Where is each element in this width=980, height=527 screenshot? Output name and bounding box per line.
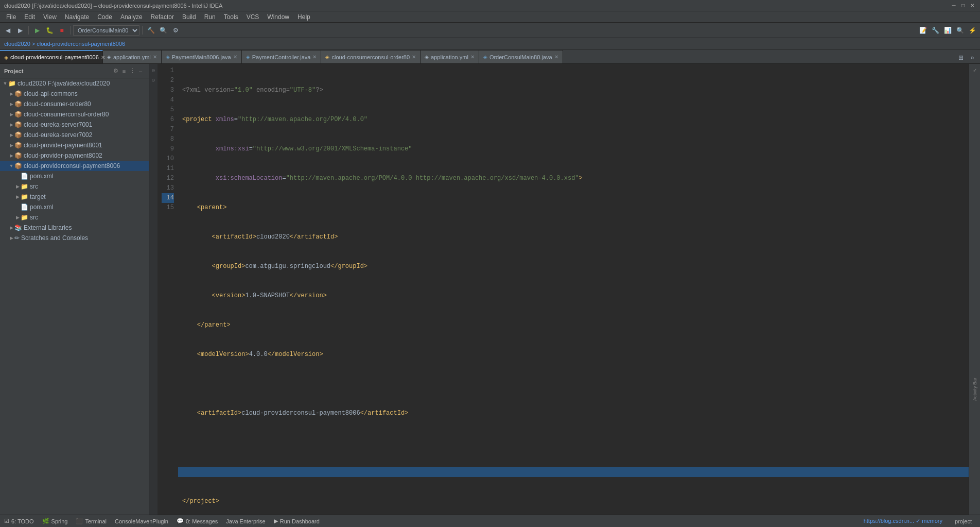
tree-cloud-api[interactable]: ▶ 📦 cloud-api-commons [0,89,149,99]
toolbar-forward-btn[interactable]: ▶ [14,25,26,36]
code-line-2: <project xmlns="http://maven.apache.org/… [182,115,965,125]
tree-src-8006[interactable]: ▶ 📁 src [0,181,149,192]
menu-analyze[interactable]: Analyze [116,12,147,22]
toolbar-debug-btn[interactable]: 🐛 [44,25,55,36]
breadcrumb-text[interactable]: cloud2020 > cloud-providerconsul-payment… [4,41,125,47]
tab-close-yml-1[interactable]: ✕ [153,54,157,60]
menu-view[interactable]: View [39,12,61,22]
menu-vcs[interactable]: VCS [242,12,264,22]
tab-close-order-main[interactable]: ✕ [554,54,558,60]
status-run-dashboard[interactable]: ▶ Run Dashboard [274,518,320,524]
tree-consumerconsul-order80[interactable]: ▶ 📦 cloud-consumerconsul-order80 [0,109,149,120]
menu-help[interactable]: Help [293,12,314,22]
sidebar-sort-btn[interactable]: ≡ [120,67,128,75]
menu-navigate[interactable]: Navigate [61,12,93,22]
right-panel-btn-2[interactable]: Activity Bar [971,368,979,410]
status-console-maven[interactable]: ConsoleMavenPlugin [115,518,168,524]
tab-pom-active[interactable]: ◈ cloud-providerconsul-payment8006 ✕ [0,50,103,63]
menu-code[interactable]: Code [93,12,116,22]
status-terminal[interactable]: ⬛ Terminal [76,518,107,524]
tree-eureka-7002[interactable]: ▶ 📦 cloud-eureka-server7002 [0,130,149,140]
tab-payment-controller[interactable]: ◈ PaymentController.java ✕ [242,50,322,63]
tree-target-8006[interactable]: ▶ 📁 target [0,192,149,202]
run-dashboard-icon: ▶ [274,518,278,524]
tree-pom-8006[interactable]: 📄 pom.xml [0,171,149,181]
sidebar-title: Project [4,68,112,74]
tab-split-btn[interactable]: ⊞ [955,52,967,63]
root-arrow: ▼ [2,81,8,86]
toolbar-right-2[interactable]: 🔧 [930,25,941,36]
run-config-dropdown[interactable]: OrderConsulMain80 [73,25,139,36]
tab-application-yml-1[interactable]: ◈ application.yml ✕ [103,50,162,63]
toolbar-right-3[interactable]: 📊 [942,25,953,36]
menu-build[interactable]: Build [178,12,200,22]
toolbar-run-btn[interactable]: ▶ [31,25,43,36]
status-right-info[interactable]: https://blog.csdn.n... ✓ memory [864,518,942,524]
src8006-label: src [30,183,38,190]
tab-close-main[interactable]: ✕ [233,54,237,60]
menu-window[interactable]: Window [263,12,293,22]
sidebar-settings-btn[interactable]: ⋮ [128,67,136,75]
editor-content[interactable]: ⊖ ⊖ 12345 [149,64,969,515]
tree-external-libs[interactable]: ▶ 📚 External Libraries [0,223,149,233]
tab-consumer-consul[interactable]: ◈ cloud-consumerconsul-order80 ✕ [321,50,421,63]
right-panel-btn-1[interactable]: ✓ [971,66,979,74]
tree-provider-8001[interactable]: ▶ 📦 cloud-provider-payment8001 [0,140,149,150]
toolbar-stop-btn[interactable]: ■ [56,25,67,36]
status-messages[interactable]: 💬 0: Messages [177,518,218,524]
tab-label-main: PaymentMain8006.java [172,54,231,60]
toolbar-back-btn[interactable]: ◀ [2,25,13,36]
code-line-9: </parent> [182,320,965,330]
right-status-label: https://blog.csdn.n... ✓ memory [864,518,942,524]
menu-refactor[interactable]: Refactor [147,12,178,22]
tree-src2-8006[interactable]: ▶ 📁 src [0,212,149,223]
java-enterprise-label: Java Enterprise [226,518,265,524]
tree-pom2-8006[interactable]: 📄 pom.xml [0,202,149,212]
status-spring[interactable]: 🌿 Spring [42,518,68,524]
toolbar-build-btn[interactable]: 🔨 [145,25,156,36]
tab-label-order-main: OrderConsulMain80.java [489,54,552,60]
terminal-label: Terminal [85,518,107,524]
toolbar-right-4[interactable]: 🔍 [954,25,966,36]
tree-eureka-7001[interactable]: ▶ 📦 cloud-eureka-server7001 [0,120,149,130]
close-button[interactable]: ✕ [969,2,976,9]
code-content[interactable]: <?xml version="1.0" encoding="UTF-8"?> <… [178,64,969,515]
toolbar-right-5[interactable]: ⚡ [967,25,978,36]
maximize-button[interactable]: □ [959,2,967,9]
status-java-enterprise[interactable]: Java Enterprise [226,518,265,524]
tab-order-consul-main[interactable]: ◈ OrderConsulMain80.java ✕ [479,50,563,63]
sidebar-config-btn[interactable]: ⚙ [112,67,120,75]
toolbar-settings-btn[interactable]: ⚙ [170,25,181,36]
root-label: cloud2020 F:\java\idea\cloud2020 [18,80,110,87]
menu-run[interactable]: Run [200,12,220,22]
tree-provider-8002[interactable]: ▶ 📦 cloud-provider-payment8002 [0,150,149,161]
menu-edit[interactable]: Edit [20,12,39,22]
tab-application-yml-2[interactable]: ◈ application.yml ✕ [421,50,479,63]
consumer-order-arrow: ▶ [8,101,14,107]
line-numbers: 12345 678910 1112131415 [157,64,178,515]
status-todo[interactable]: ☑ 6: TODO [4,518,34,524]
target-folder-icon: 📁 [21,193,28,200]
eureka7002-label: cloud-eureka-server7002 [24,131,92,139]
tab-close-active[interactable]: ✕ [101,55,105,60]
code-line-14 [178,467,969,477]
sidebar-collapse-btn[interactable]: – [136,67,145,75]
tab-close-controller[interactable]: ✕ [312,54,317,60]
toolbar-right-1[interactable]: 📝 [917,25,929,36]
menu-tools[interactable]: Tools [220,12,242,22]
tab-close-yml-2[interactable]: ✕ [470,54,475,60]
menu-file[interactable]: File [2,12,20,22]
tree-root[interactable]: ▼ 📁 cloud2020 F:\java\idea\cloud2020 [0,78,149,89]
code-gutter: ⊖ ⊖ [149,64,157,515]
minimize-button[interactable]: ─ [950,2,957,9]
sidebar-header: Project ⚙ ≡ ⋮ – [0,64,149,78]
tab-payment-main[interactable]: ◈ PaymentMain8006.java ✕ [162,50,242,63]
terminal-icon: ⬛ [76,518,83,524]
tree-scratches[interactable]: ▶ ✏ Scratches and Consoles [0,233,149,243]
todo-icon: ☑ [4,518,9,524]
tab-hide-btn[interactable]: » [967,52,978,63]
tree-consumer-order80[interactable]: ▶ 📦 cloud-consumer-order80 [0,99,149,109]
tab-close-consumer[interactable]: ✕ [412,54,416,60]
tree-providerconsul-8006[interactable]: ▼ 📦 cloud-providerconsul-payment8006 [0,161,149,171]
toolbar-search-btn[interactable]: 🔍 [157,25,169,36]
